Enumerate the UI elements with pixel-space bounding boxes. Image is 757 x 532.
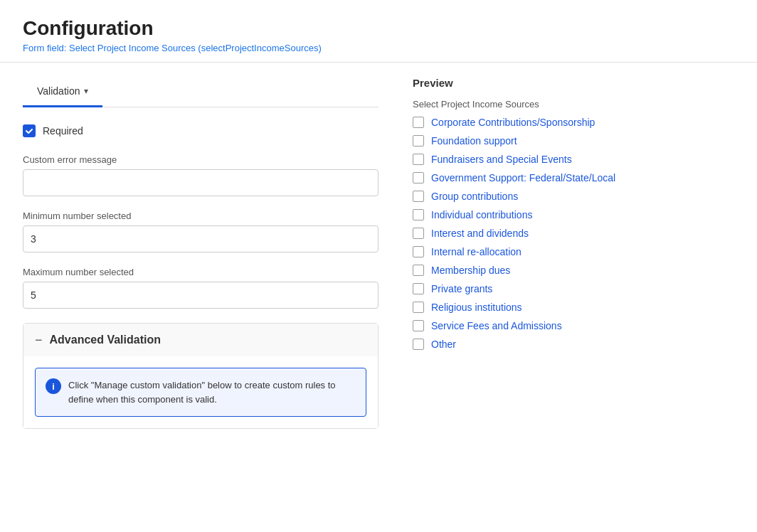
tab-validation[interactable]: Validation ▾ [23,77,102,107]
right-panel: Preview Select Project Income Sources Co… [378,77,734,429]
preview-checkbox-list: Corporate Contributions/SponsorshipFound… [413,117,734,350]
option-checkbox[interactable] [413,283,424,294]
advanced-validation-header[interactable]: − Advanced Validation [23,324,378,356]
info-icon: i [46,378,61,394]
option-checkbox[interactable] [413,191,424,202]
custom-error-label: Custom error message [23,154,378,165]
list-item[interactable]: Other [413,339,734,350]
option-checkbox[interactable] [413,246,424,257]
option-label: Other [431,339,456,350]
list-item[interactable]: Individual contributions [413,209,734,220]
list-item[interactable]: Foundation support [413,135,734,147]
tabs-bar: Validation ▾ [23,77,378,107]
page-header: Configuration Form field: Select Project… [0,0,757,63]
preview-title: Preview [413,77,734,89]
advanced-validation-body: i Click "Manage custom validation" below… [23,356,378,428]
preview-field-label: Select Project Income Sources [413,99,734,110]
option-checkbox[interactable] [413,135,424,147]
chevron-down-icon: ▾ [84,86,88,96]
option-label: Religious institutions [431,302,522,313]
page-subtitle: Form field: Select Project Income Source… [23,43,734,53]
subtitle-end: ) [318,43,321,53]
list-item[interactable]: Interest and dividends [413,228,734,239]
list-item[interactable]: Government Support: Federal/State/Local [413,172,734,183]
list-item[interactable]: Group contributions [413,191,734,202]
option-label: Group contributions [431,191,518,202]
list-item[interactable]: Private grants [413,283,734,294]
collapse-icon: − [35,334,43,346]
list-item[interactable]: Fundraisers and Special Events [413,154,734,165]
subtitle-code: selectProjectIncomeSources [201,43,319,53]
custom-error-input[interactable] [23,169,378,196]
option-checkbox[interactable] [413,209,424,220]
option-label: Fundraisers and Special Events [431,154,572,165]
info-box: i Click "Manage custom validation" below… [35,368,366,417]
advanced-validation-section: − Advanced Validation i Click "Manage cu… [23,323,378,429]
max-number-label: Maximum number selected [23,267,378,277]
min-number-label: Minimum number selected [23,211,378,221]
option-label: Individual contributions [431,209,532,220]
min-number-input[interactable] [23,225,378,252]
custom-error-group: Custom error message [23,154,378,196]
min-number-group: Minimum number selected [23,211,378,252]
option-checkbox[interactable] [413,172,424,183]
option-label: Corporate Contributions/Sponsorship [431,117,595,128]
option-label: Government Support: Federal/State/Local [431,172,615,183]
max-number-input[interactable] [23,282,378,309]
option-label: Foundation support [431,135,517,147]
option-label: Membership dues [431,265,510,276]
option-checkbox[interactable] [413,302,424,313]
page-title: Configuration [23,17,734,40]
option-label: Interest and dividends [431,228,529,239]
option-label: Internal re-allocation [431,246,522,257]
list-item[interactable]: Service Fees and Admissions [413,320,734,331]
left-panel: Validation ▾ Required Custom error messa… [23,77,378,429]
list-item[interactable]: Religious institutions [413,302,734,313]
list-item[interactable]: Membership dues [413,265,734,276]
info-text: Click "Manage custom validation" below t… [68,378,356,406]
option-label: Private grants [431,283,492,294]
list-item[interactable]: Internal re-allocation [413,246,734,257]
subtitle-text: Form field: Select Project Income Source… [23,43,201,53]
main-content: Validation ▾ Required Custom error messa… [0,63,757,443]
tab-validation-label: Validation [37,85,80,97]
option-checkbox[interactable] [413,265,424,276]
option-checkbox[interactable] [413,228,424,239]
page-wrapper: Configuration Form field: Select Project… [0,0,757,532]
required-label: Required [43,125,83,137]
option-label: Service Fees and Admissions [431,320,562,331]
advanced-validation-title: Advanced Validation [50,334,161,346]
option-checkbox[interactable] [413,339,424,350]
max-number-group: Maximum number selected [23,267,378,309]
option-checkbox[interactable] [413,320,424,331]
option-checkbox[interactable] [413,117,424,128]
list-item[interactable]: Corporate Contributions/Sponsorship [413,117,734,128]
check-icon [25,127,33,135]
required-checkbox[interactable] [23,124,36,137]
option-checkbox[interactable] [413,154,424,165]
required-row: Required [23,124,378,137]
